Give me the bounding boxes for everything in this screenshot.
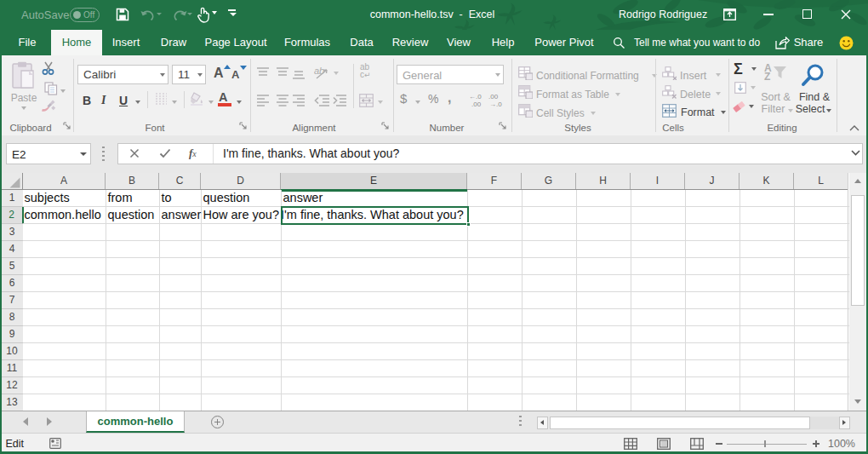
svg-text:ab: ab (314, 66, 324, 76)
